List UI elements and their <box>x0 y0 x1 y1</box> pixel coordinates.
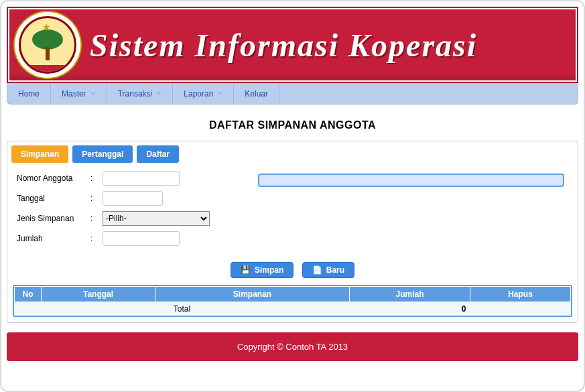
tab-simpanan[interactable]: Simpanan <box>11 145 68 163</box>
menu-keluar[interactable]: Keluar <box>234 83 279 104</box>
col-jumlah: Jumlah <box>350 287 470 302</box>
tanggal-input[interactable] <box>103 191 163 206</box>
chevron-down-icon <box>217 92 222 95</box>
ribbon-icon <box>23 65 72 74</box>
app-title: Sistem Informasi Koperasi <box>90 27 477 64</box>
menu-master[interactable]: Master <box>51 83 107 104</box>
button-label: Simpan <box>255 265 283 275</box>
app-window: ★ Sistem Informasi Koperasi Home Master … <box>0 0 585 392</box>
menu-label: Master <box>62 89 86 99</box>
tab-label: Simpanan <box>21 149 59 159</box>
logo-emblem: ★ <box>15 12 80 78</box>
menu-label: Transaksi <box>118 89 153 99</box>
main-panel: Simpanan Pertanggal Daftar Nomor Anggota… <box>7 141 578 323</box>
footer-text: Copyright © Contoh TA 2013 <box>237 342 348 352</box>
document-icon: 📄 <box>312 265 322 275</box>
tab-pertanggal[interactable]: Pertanggal <box>72 145 133 163</box>
form-left: Nomor Anggota : Tanggal : Jenis Simpanan… <box>17 171 245 251</box>
col-no: No <box>15 287 42 302</box>
col-simpanan: Simpanan <box>155 287 350 302</box>
total-label: Total <box>15 302 350 316</box>
nomor-anggota-input[interactable] <box>103 171 180 186</box>
total-value: 0 <box>350 302 470 316</box>
tab-bar: Simpanan Pertanggal Daftar <box>11 145 574 163</box>
label-nomor-anggota: Nomor Anggota <box>17 174 90 183</box>
tab-label: Pertanggal <box>82 149 123 159</box>
menu-laporan[interactable]: Laporan <box>173 83 234 104</box>
simpan-button[interactable]: 💾 Simpan <box>231 262 294 278</box>
chevron-down-icon <box>156 92 161 95</box>
jenis-simpanan-select[interactable]: -Pilih- <box>103 211 210 226</box>
button-row: 💾 Simpan 📄 Baru <box>11 262 574 278</box>
col-tanggal: Tanggal <box>42 287 155 302</box>
footer: Copyright © Contoh TA 2013 <box>7 332 578 361</box>
menu-label: Keluar <box>245 89 268 99</box>
jumlah-input[interactable] <box>103 231 180 246</box>
label-tanggal: Tanggal <box>17 194 90 203</box>
form-area: Nomor Anggota : Tanggal : Jenis Simpanan… <box>11 171 574 257</box>
save-icon: 💾 <box>241 265 251 275</box>
menu-transaksi[interactable]: Transaksi <box>107 83 174 104</box>
header-banner: ★ Sistem Informasi Koperasi <box>7 7 578 83</box>
col-hapus: Hapus <box>470 287 571 302</box>
status-bar <box>258 174 564 187</box>
menu-home[interactable]: Home <box>7 83 51 104</box>
tab-label: Daftar <box>146 149 170 159</box>
main-menubar: Home Master Transaksi Laporan Keluar <box>7 83 578 105</box>
tab-daftar[interactable]: Daftar <box>137 145 179 163</box>
chevron-down-icon <box>90 92 96 95</box>
menu-label: Home <box>18 89 40 99</box>
label-jenis-simpanan: Jenis Simpanan <box>17 214 90 223</box>
label-jumlah: Jumlah <box>17 234 90 243</box>
menu-label: Laporan <box>184 89 213 99</box>
baru-button[interactable]: 📄 Baru <box>302 262 354 278</box>
data-grid: No Tanggal Simpanan Jumlah Hapus Total 0 <box>13 285 572 317</box>
total-row: Total 0 <box>15 302 571 316</box>
button-label: Baru <box>326 265 344 275</box>
page-title: DAFTAR SIMPANAN ANGGOTA <box>7 119 578 131</box>
